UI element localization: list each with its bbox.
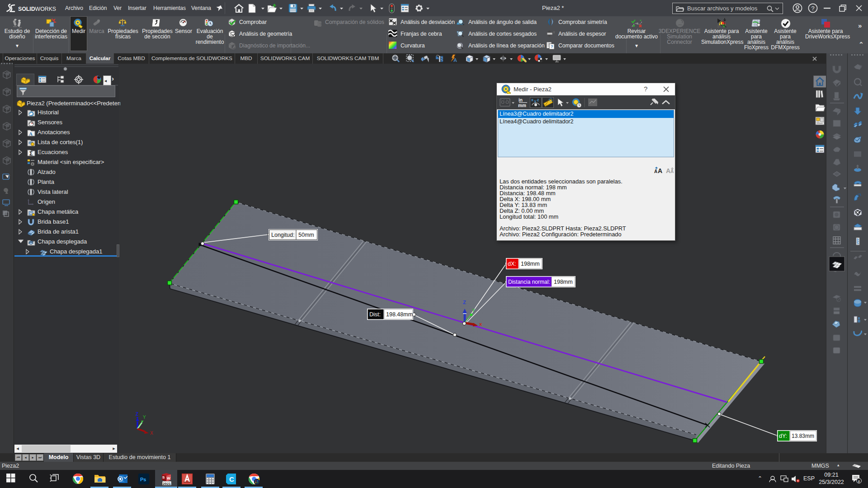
svg-text:198mm: 198mm [521, 261, 540, 267]
svg-text:?: ? [551, 44, 553, 49]
svg-text:Longitud:: Longitud: [271, 232, 294, 238]
svg-text:in: in [519, 98, 523, 103]
svg-text:A: A [658, 167, 662, 174]
svg-text:8: 8 [858, 479, 860, 483]
svg-text:A: A [666, 167, 670, 174]
svg-text:Y: Y [143, 415, 146, 420]
svg-text:x: x [479, 321, 482, 327]
svg-text:A: A [29, 131, 33, 136]
svg-text:198.48mm: 198.48mm [386, 311, 413, 318]
svg-text:Distancia normal:: Distancia normal: [508, 279, 550, 285]
svg-text:X: X [150, 431, 153, 436]
svg-text:A: A [670, 169, 674, 174]
svg-text:2021: 2021 [163, 482, 171, 486]
svg-text:13.83mm: 13.83mm [792, 433, 814, 439]
svg-text:S: S [162, 475, 165, 479]
svg-text:Z: Z [463, 300, 466, 305]
svg-text:z: z [537, 98, 539, 102]
svg-text:Σ: Σ [29, 150, 33, 157]
svg-text:Y: Y [472, 308, 475, 313]
svg-text:C: C [229, 475, 234, 483]
svg-text:198mm: 198mm [554, 279, 573, 285]
svg-text:x: x [531, 98, 533, 102]
svg-text:dY:: dY: [779, 433, 787, 439]
svg-text:dX:: dX: [508, 261, 516, 267]
svg-text:Ps: Ps [140, 477, 146, 482]
svg-text:50mm: 50mm [298, 232, 314, 238]
svg-text:W: W [167, 476, 170, 480]
svg-text:SOLIDWORKS: SOLIDWORKS [18, 6, 56, 12]
svg-text:?: ? [811, 5, 814, 12]
svg-text:?: ? [319, 22, 321, 27]
svg-text:Dist:: Dist: [369, 311, 381, 318]
svg-text:A: A [453, 57, 457, 63]
svg-text:mm: mm [518, 103, 526, 108]
svg-text:Z: Z [136, 412, 138, 417]
svg-text:A: A [654, 169, 657, 174]
